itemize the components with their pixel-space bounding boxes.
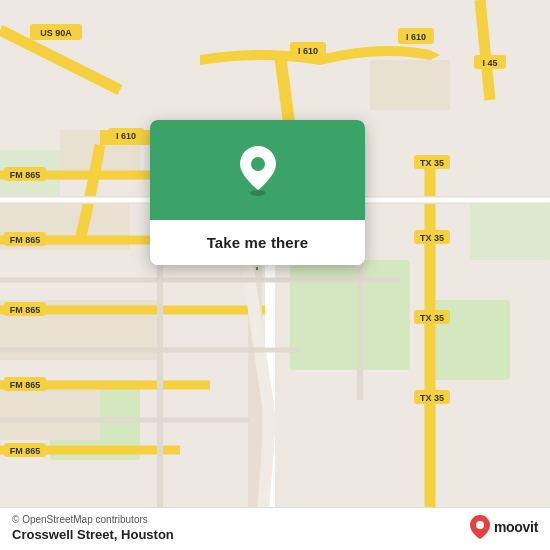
- svg-rect-6: [470, 200, 550, 260]
- moovit-logo: moovit: [469, 514, 538, 540]
- svg-text:I 610: I 610: [116, 131, 136, 141]
- svg-text:TX 35: TX 35: [420, 313, 444, 323]
- svg-point-56: [251, 157, 265, 171]
- map-container: US 90A I 610 I 610 I 610 I 45 TX 35 TX 3…: [0, 0, 550, 550]
- svg-text:FM 865: FM 865: [10, 170, 41, 180]
- svg-text:I 610: I 610: [298, 46, 318, 56]
- svg-point-57: [476, 521, 484, 529]
- svg-text:FM 865: FM 865: [10, 446, 41, 456]
- popup-card: Take me there: [150, 120, 365, 265]
- popup-header: [150, 120, 365, 220]
- svg-rect-2: [290, 260, 410, 370]
- svg-text:TX 35: TX 35: [420, 233, 444, 243]
- moovit-brand-text: moovit: [494, 519, 538, 535]
- svg-text:I 610: I 610: [406, 32, 426, 42]
- moovit-pin-icon: [469, 514, 491, 540]
- svg-point-55: [250, 190, 266, 196]
- svg-rect-11: [370, 60, 450, 110]
- location-pin-icon: [236, 144, 280, 196]
- svg-text:I 45: I 45: [482, 58, 497, 68]
- svg-text:US 90A: US 90A: [40, 28, 72, 38]
- map-background: US 90A I 610 I 610 I 610 I 45 TX 35 TX 3…: [0, 0, 550, 550]
- svg-text:FM 865: FM 865: [10, 235, 41, 245]
- location-name: Crosswell Street, Houston: [12, 527, 538, 542]
- svg-text:FM 865: FM 865: [10, 380, 41, 390]
- osm-credit: © OpenStreetMap contributors: [12, 514, 538, 525]
- bottom-bar: © OpenStreetMap contributors Crosswell S…: [0, 507, 550, 550]
- svg-text:TX 35: TX 35: [420, 158, 444, 168]
- svg-text:TX 35: TX 35: [420, 393, 444, 403]
- svg-text:FM 865: FM 865: [10, 305, 41, 315]
- take-me-there-button[interactable]: Take me there: [150, 220, 365, 265]
